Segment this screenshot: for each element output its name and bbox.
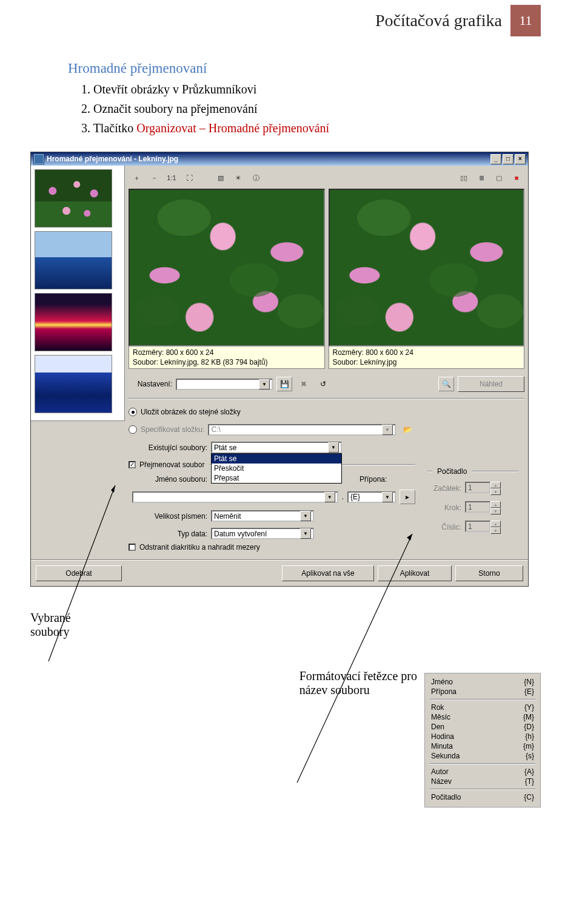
date-type-combo[interactable]: Datum vytvoření▼ bbox=[211, 528, 314, 539]
minimize-button[interactable]: _ bbox=[490, 154, 501, 164]
start-value[interactable] bbox=[465, 482, 490, 493]
list-item-text: Otevřít obrázky v Průzkumníkovi bbox=[93, 83, 256, 96]
apply-all-button[interactable]: Aplikovat na vše bbox=[282, 565, 374, 581]
settings-label: Nastavení: bbox=[129, 380, 172, 388]
dropdown-option[interactable]: Ptát se bbox=[212, 454, 341, 464]
undo-settings-icon[interactable]: ↺ bbox=[315, 377, 331, 391]
section-heading: Hromadné přejmenovaní bbox=[68, 61, 541, 76]
zoom-11-icon[interactable]: 1:1 bbox=[164, 170, 179, 185]
existing-files-combo[interactable]: Ptát se▼ bbox=[211, 442, 342, 453]
code-label: Název bbox=[431, 777, 452, 786]
code-value: {D} bbox=[524, 723, 534, 731]
browse-folder-icon[interactable]: 📂 bbox=[400, 422, 415, 437]
case-label: Velikost písmen: bbox=[129, 512, 207, 521]
code-value: {A} bbox=[524, 767, 534, 776]
remove-button[interactable]: Odebrat bbox=[36, 565, 122, 581]
folder-combo[interactable]: C:\▼ bbox=[208, 424, 396, 436]
spin-down-icon[interactable]: ▼ bbox=[490, 488, 501, 495]
thumb-waves[interactable] bbox=[35, 355, 112, 413]
save-settings-icon[interactable]: 💾 bbox=[276, 377, 292, 391]
spin-up-icon[interactable]: ▲ bbox=[490, 482, 501, 488]
spin-up-icon[interactable]: ▲ bbox=[490, 521, 501, 527]
callout-selected-files: Vybrané soubory bbox=[30, 611, 541, 639]
histogram-icon[interactable]: ▧ bbox=[213, 170, 229, 185]
dropdown-option[interactable]: Přeskočit bbox=[212, 464, 341, 473]
list-num: 1. bbox=[81, 83, 90, 96]
settings-combo[interactable]: ▼ bbox=[176, 379, 273, 390]
list-item-em: Organizovat – Hromadné přejmenování bbox=[136, 121, 329, 135]
zoom-in-icon[interactable]: ＋ bbox=[129, 170, 144, 185]
radio-specify-folder[interactable]: Specifikovat složku: bbox=[129, 425, 204, 434]
apply-button[interactable]: Aplikovat bbox=[378, 565, 452, 581]
code-label: Autor bbox=[431, 767, 449, 776]
filename-combo[interactable]: ▼ bbox=[132, 491, 338, 503]
thumbnail-strip[interactable] bbox=[31, 166, 125, 421]
view-list-icon[interactable]: ≣ bbox=[473, 170, 489, 185]
info-after: Rozměry: 800 x 600 x 24 Soubor: Lekníny.… bbox=[329, 346, 525, 369]
chevron-down-icon[interactable]: ▼ bbox=[324, 492, 335, 502]
insert-format-button[interactable]: ▸ bbox=[400, 490, 415, 504]
radio-save-same[interactable]: Uložit obrázek do stejné složky bbox=[129, 408, 415, 416]
chevron-down-icon[interactable]: ▼ bbox=[259, 379, 270, 389]
callout-format-strings: Formátovací řetězce pro název souboru bbox=[299, 669, 417, 697]
date-type-label: Typ data: bbox=[129, 530, 207, 538]
thumb-mountains[interactable] bbox=[35, 231, 112, 289]
view-split-icon[interactable]: ▯▯ bbox=[456, 170, 472, 185]
spin-up-icon[interactable]: ▲ bbox=[490, 501, 501, 508]
code-value: {M} bbox=[523, 713, 534, 721]
start-label: Začátek: bbox=[427, 484, 461, 493]
format-codes-panel: Jméno{N} Přípona{E} Rok{Y} Měsíc{M} Den{… bbox=[424, 673, 541, 808]
code-label: Hodina bbox=[431, 732, 454, 741]
chevron-down-icon[interactable]: ▼ bbox=[382, 425, 393, 435]
code-value: {s} bbox=[526, 752, 534, 760]
preview-button[interactable]: Náhled bbox=[458, 376, 524, 392]
code-label: Měsíc bbox=[431, 713, 450, 721]
thumb-sunset[interactable] bbox=[35, 293, 112, 351]
highlights-icon[interactable]: ☀ bbox=[230, 170, 246, 185]
file-label: Soubor: Lekníny.jpg bbox=[333, 357, 521, 367]
extension-combo[interactable]: {E}▼ bbox=[347, 491, 396, 503]
checkbox-label: Odstranit diakritiku a nahradit mezery bbox=[139, 543, 260, 551]
step-spin[interactable]: ▲▼ bbox=[465, 501, 501, 514]
step-label: Krok: bbox=[427, 504, 461, 512]
dropdown-option[interactable]: Přepsat bbox=[212, 473, 341, 483]
view-box-icon[interactable]: ▢ bbox=[491, 170, 507, 185]
filename-label: Jméno souboru: bbox=[129, 475, 207, 484]
dimensions-label: Rozměry: 800 x 600 x 24 bbox=[333, 348, 521, 357]
digits-spin[interactable]: ▲▼ bbox=[465, 521, 501, 534]
titlebar[interactable]: Hromadné přejmenování - Lekníny.jpg _ □ … bbox=[31, 152, 528, 166]
step-value[interactable] bbox=[465, 501, 490, 513]
code-value: {C} bbox=[524, 793, 534, 801]
zoom-out-icon[interactable]: － bbox=[146, 170, 162, 185]
thumb-lily[interactable] bbox=[35, 169, 112, 228]
digits-value[interactable] bbox=[465, 521, 490, 532]
view-full-icon[interactable]: ■ bbox=[509, 170, 524, 185]
info-icon[interactable]: ⓘ bbox=[248, 170, 264, 185]
rename-window: Hromadné přejmenování - Lekníny.jpg _ □ … bbox=[30, 152, 529, 587]
chevron-down-icon[interactable]: ▼ bbox=[328, 442, 339, 453]
chevron-down-icon[interactable]: ▼ bbox=[382, 492, 393, 502]
preview-icon[interactable]: 🔍 bbox=[438, 377, 454, 391]
extension-label: Přípona: bbox=[360, 475, 395, 484]
spin-down-icon[interactable]: ▼ bbox=[490, 508, 501, 514]
delete-settings-icon[interactable]: ✖ bbox=[296, 377, 312, 391]
code-value: {T} bbox=[525, 777, 534, 786]
chevron-down-icon[interactable]: ▼ bbox=[300, 528, 311, 539]
code-value: {Y} bbox=[524, 703, 534, 712]
zoom-fit-icon[interactable]: ⛶ bbox=[181, 170, 197, 185]
chevron-down-icon[interactable]: ▼ bbox=[300, 511, 311, 521]
cancel-button[interactable]: Storno bbox=[455, 565, 523, 581]
case-combo[interactable]: Neměnit▼ bbox=[211, 510, 314, 522]
combo-value: Datum vytvoření bbox=[214, 530, 267, 538]
rename-checkbox[interactable]: ✓Přejmenovat soubor bbox=[129, 460, 204, 469]
radio-label: Uložit obrázek do stejné složky bbox=[141, 408, 241, 416]
close-button[interactable]: × bbox=[515, 154, 526, 164]
code-label: Počitadlo bbox=[431, 793, 461, 801]
spin-down-icon[interactable]: ▼ bbox=[490, 527, 501, 534]
maximize-button[interactable]: □ bbox=[503, 154, 513, 164]
list-item-text: Označit soubory na přejmenování bbox=[93, 102, 257, 115]
existing-files-dropdown[interactable]: Ptát se Přeskočit Přepsat bbox=[211, 453, 342, 484]
folder-value: C:\ bbox=[211, 425, 220, 434]
remove-diacritics-checkbox[interactable]: Odstranit diakritiku a nahradit mezery bbox=[129, 543, 415, 551]
start-spin[interactable]: ▲▼ bbox=[465, 482, 501, 495]
